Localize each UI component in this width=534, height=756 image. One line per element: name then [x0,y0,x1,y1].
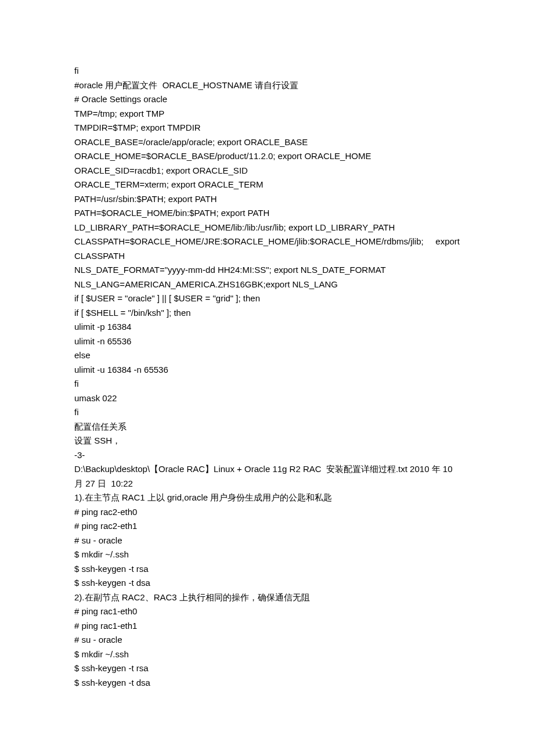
text-line: 设置 SSH， [74,434,460,448]
text-line: # ping rac2-eth1 [74,519,460,534]
text-line: if [ $USER = "oracle" ] || [ $USER = "gr… [74,291,460,306]
text-line: CLASSPATH [74,249,460,264]
text-line: ORACLE_HOME=$ORACLE_BASE/product/11.2.0;… [74,149,460,164]
text-line: -3- [74,448,460,463]
text-line: ulimit -p 16384 [74,320,460,334]
document-page: fi#oracle 用户配置文件 ORACLE_HOSTNAME 请自行设置# … [0,0,534,754]
classpath-right: export [435,235,460,249]
text-line: 2).在副节点 RAC2、RAC3 上执行相同的操作，确保通信无阻 [74,591,460,605]
text-line: # su - oracle [74,534,460,548]
text-line: # ping rac2-eth0 [74,505,460,520]
text-line: 1).在主节点 RAC1 上以 grid,oracle 用户身份生成用户的公匙和… [74,491,460,505]
text-line: 配置信任关系 [74,420,460,434]
text-line: #oracle 用户配置文件 ORACLE_HOSTNAME 请自行设置 [74,78,460,93]
text-line: fi [74,405,460,420]
text-line: NLS_DATE_FORMAT="yyyy-mm-dd HH24:MI:SS";… [74,263,460,278]
text-line: ulimit -n 65536 [74,334,460,349]
text-line: fi [74,64,460,78]
text-block-2: CLASSPATHNLS_DATE_FORMAT="yyyy-mm-dd HH2… [74,249,460,690]
text-line: NLS_LANG=AMERICAN_AMERICA.ZHS16GBK;expor… [74,278,460,292]
classpath-line: CLASSPATH=$ORACLE_HOME/JRE:$ORACLE_HOME/… [74,235,460,249]
text-line: ORACLE_TERM=xterm; export ORACLE_TERM [74,178,460,192]
text-line: D:\Backup\desktop\【Oracle RAC】Linux + Or… [74,462,460,491]
text-line: TMP=/tmp; export TMP [74,107,460,121]
text-line: PATH=$ORACLE_HOME/bin:$PATH; export PATH [74,206,460,221]
text-line: $ ssh-keygen -t rsa [74,562,460,577]
classpath-left: CLASSPATH=$ORACLE_HOME/JRE:$ORACLE_HOME/… [74,235,424,249]
text-line: ulimit -u 16384 -n 65536 [74,363,460,377]
text-block-1: fi#oracle 用户配置文件 ORACLE_HOSTNAME 请自行设置# … [74,64,460,235]
text-line: if [ $SHELL = "/bin/ksh" ]; then [74,306,460,321]
text-line: else [74,348,460,363]
text-line: fi [74,377,460,391]
text-line: # ping rac1-eth1 [74,619,460,633]
text-line: PATH=/usr/sbin:$PATH; export PATH [74,192,460,207]
text-line: $ mkdir ~/.ssh [74,548,460,562]
text-line: ORACLE_BASE=/oracle/app/oracle; export O… [74,135,460,150]
text-line: # Oracle Settings oracle [74,92,460,107]
text-line: umask 022 [74,391,460,406]
text-line: $ ssh-keygen -t dsa [74,576,460,591]
text-line: TMPDIR=$TMP; export TMPDIR [74,121,460,135]
text-line: LD_LIBRARY_PATH=$ORACLE_HOME/lib:/lib:/u… [74,221,460,235]
text-line: $ mkdir ~/.ssh [74,647,460,662]
text-line: ORACLE_SID=racdb1; export ORACLE_SID [74,164,460,178]
text-line: # su - oracle [74,633,460,647]
text-line: $ ssh-keygen -t dsa [74,676,460,690]
text-line: $ ssh-keygen -t rsa [74,661,460,676]
text-line: # ping rac1-eth0 [74,604,460,619]
